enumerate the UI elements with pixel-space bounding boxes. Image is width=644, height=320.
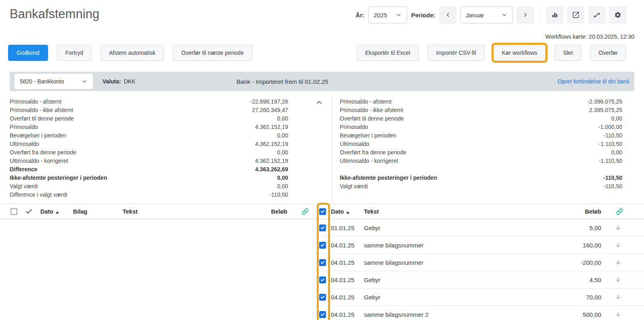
row-checkbox[interactable] (319, 276, 326, 283)
account-bar: 5820 - Bankkonto Valuta: DKK Bank - Impo… (10, 72, 634, 91)
summary-value: 0,00 (277, 183, 288, 189)
currency-value: DKK (124, 78, 136, 85)
summary-row: Primosaldo4.362.152,19 (10, 123, 288, 131)
summary-label: Ultimosaldo - korrigeret (340, 158, 398, 164)
month-select[interactable]: Januar (460, 6, 513, 23)
row-date: 01.01.25 (331, 224, 354, 231)
gear-icon (614, 11, 621, 19)
summary-row: Primosaldo - ikke afstemt2.395.075,25 (340, 106, 622, 114)
row-checkbox[interactable] (319, 224, 326, 231)
table-row[interactable]: 04.01.25Gebyr4,50 (317, 271, 644, 289)
row-text: Gebyr (364, 294, 381, 301)
summary-label: Ikke-afstemte posteringer i perioden (10, 175, 107, 181)
balance-summary: Primosaldo - afstemt-22.898.197,28Primos… (0, 97, 644, 200)
right-header-date[interactable]: Dato (331, 208, 349, 215)
summary-value: -110,50 (604, 132, 622, 139)
run-workflows-button[interactable]: Kør workflows (493, 45, 546, 61)
summary-label: Primosaldo - afstemt (10, 98, 61, 105)
left-header-date[interactable]: Dato (40, 208, 59, 215)
row-checkbox[interactable] (319, 259, 326, 266)
transfer-button[interactable]: Overfør (590, 45, 626, 61)
link-icon[interactable] (616, 208, 623, 215)
import-csv-button[interactable]: Importér CSV-fil (428, 45, 485, 61)
transfer-to-next-period-button[interactable]: Overfør til næste periode (173, 45, 252, 61)
row-amount: -200,00 (581, 259, 601, 266)
summary-label: Primosaldo (10, 124, 38, 130)
summary-value: 4.363.262,69 (255, 166, 288, 172)
summary-value: 2.395.075,25 (589, 107, 622, 113)
row-checkbox[interactable] (319, 242, 326, 249)
summary-row: Overført til denne periode0,00 (340, 114, 622, 123)
summary-row: Ultimosaldo4.362.152,19 (10, 139, 288, 148)
summary-label: Difference i valgt værdi (10, 191, 67, 198)
summary-value: -1.110,50 (599, 141, 622, 147)
summary-label: Ikke-afstemte posteringer i perioden (340, 175, 437, 181)
export-excel-button[interactable]: Eksportér til Excel (357, 45, 419, 61)
workflow-button[interactable] (588, 6, 605, 23)
next-period-button[interactable] (517, 6, 534, 23)
left-header-text[interactable]: Tekst (123, 208, 138, 215)
row-text: samme bilagsnummer 2 (364, 311, 429, 318)
chart-button[interactable] (546, 6, 563, 23)
sort-asc-icon (56, 211, 59, 214)
previous-period-button[interactable] (439, 6, 456, 23)
controls-divider (540, 7, 540, 23)
bank-entries-table: 01.01.25Gebyr5,0004.01.25samme bilagsnum… (317, 219, 644, 320)
year-label: År: (355, 12, 364, 19)
summary-value: -110,50 (603, 175, 622, 181)
left-header-amount[interactable]: Beløb (271, 208, 287, 215)
collapse-summary-button[interactable] (314, 98, 324, 107)
approve-button[interactable]: Godkend (8, 45, 48, 61)
row-date: 04.01.25 (331, 294, 354, 301)
arrow-down-icon (615, 276, 621, 283)
select-all-right-checkbox[interactable] (319, 208, 326, 215)
year-select[interactable]: 2025 (368, 6, 407, 23)
summary-row: Difference i valgt værdi-110,50 (10, 190, 288, 199)
summary-row: Ultimosaldo - korrigeret4.362.152,19 (10, 156, 288, 165)
summary-value: -110,50 (270, 191, 288, 198)
summary-label: Overført fra denne periode (340, 149, 406, 156)
right-header-amount[interactable]: Beløb (585, 208, 601, 215)
summary-value: 27.260.349,47 (252, 107, 288, 113)
settings-button[interactable] (609, 6, 626, 23)
summary-row: Primosaldo - ikke afstemt27.260.349,47 (10, 106, 288, 114)
left-header-voucher[interactable]: Bilag (73, 208, 87, 215)
summary-label: Overført fra denne periode (10, 149, 76, 156)
table-row[interactable]: 04.01.25Gebyr70,00 (317, 289, 644, 306)
delete-button[interactable]: Slet (554, 45, 581, 61)
right-header-text[interactable]: Tekst (364, 208, 379, 215)
summary-label: Valgt værdi (10, 183, 38, 189)
row-amount: 160,00 (583, 242, 601, 249)
chevron-left-icon (445, 12, 451, 18)
open-external-button[interactable] (567, 6, 584, 23)
summary-row: Bevægelser i perioden-110,50 (340, 131, 622, 139)
undo-button[interactable]: Fortryd (57, 45, 92, 61)
table-row[interactable]: 04.01.25samme bilagsnummer-200,00 (317, 254, 644, 271)
arrow-down-icon (615, 294, 621, 300)
summary-label: Valgt værdi (340, 183, 368, 189)
select-all-left-checkbox[interactable] (10, 208, 17, 215)
table-header: Dato Bilag Tekst Beløb Dato Tekst Beløb (0, 204, 644, 219)
summary-value: 0,00 (277, 175, 288, 181)
connect-bank-link[interactable]: Opret forbindelse til din bank (558, 78, 629, 85)
summary-label: Ultimosaldo - korrigeret (10, 158, 68, 164)
period-controls: År: 2025 Periode: Januar (355, 6, 626, 23)
row-amount: 4,50 (590, 276, 601, 283)
bank-import-status: Bank - Importeret frem til 01.02.25 (236, 78, 328, 85)
table-row[interactable]: 04.01.25samme bilagsnummer160,00 (317, 237, 644, 254)
row-checkbox[interactable] (319, 311, 326, 318)
account-select[interactable]: 5820 - Bankkonto (15, 74, 93, 89)
summary-label: Ultimosaldo (340, 141, 369, 147)
link-icon[interactable] (302, 208, 309, 215)
table-row[interactable]: 04.01.25samme bilagsnummer 2500,00 (317, 306, 644, 320)
summary-row: Ikke-afstemte posteringer i perioden-110… (340, 173, 622, 182)
row-checkbox[interactable] (319, 294, 326, 301)
workflows-last-run: Workflows kørte: 20.03.2025, 12:30 (545, 33, 634, 40)
row-amount: 70,00 (586, 294, 601, 301)
row-text: samme bilagsnummer (364, 259, 424, 266)
table-row[interactable]: 01.01.25Gebyr5,00 (317, 219, 644, 237)
checkmark-icon (25, 208, 33, 215)
row-date: 04.01.25 (331, 276, 354, 283)
toolbar-right-group: Eksportér til Excel Importér CSV-fil Kør… (357, 45, 626, 61)
auto-reconcile-button[interactable]: Afstem automatisk (100, 45, 164, 61)
